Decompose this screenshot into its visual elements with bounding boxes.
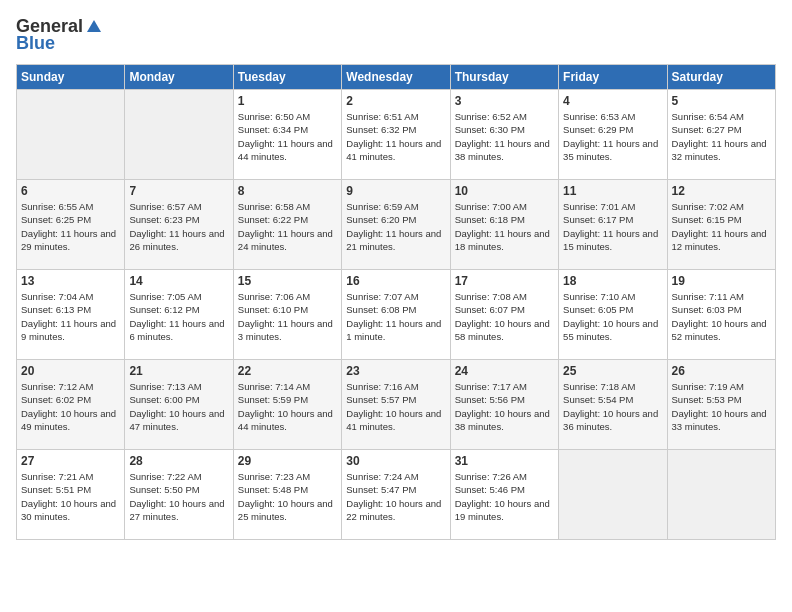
day-header-wednesday: Wednesday <box>342 65 450 90</box>
day-header-friday: Friday <box>559 65 667 90</box>
svg-marker-0 <box>87 20 101 32</box>
day-number: 22 <box>238 364 337 378</box>
calendar-cell: 24Sunrise: 7:17 AM Sunset: 5:56 PM Dayli… <box>450 360 558 450</box>
day-number: 16 <box>346 274 445 288</box>
day-number: 3 <box>455 94 554 108</box>
calendar-cell: 12Sunrise: 7:02 AM Sunset: 6:15 PM Dayli… <box>667 180 775 270</box>
day-info: Sunrise: 7:05 AM Sunset: 6:12 PM Dayligh… <box>129 290 228 343</box>
calendar-cell: 23Sunrise: 7:16 AM Sunset: 5:57 PM Dayli… <box>342 360 450 450</box>
week-row-4: 20Sunrise: 7:12 AM Sunset: 6:02 PM Dayli… <box>17 360 776 450</box>
calendar-cell <box>125 90 233 180</box>
calendar-cell <box>667 450 775 540</box>
logo-blue-text: Blue <box>16 33 55 54</box>
day-info: Sunrise: 6:55 AM Sunset: 6:25 PM Dayligh… <box>21 200 120 253</box>
day-number: 6 <box>21 184 120 198</box>
calendar-cell: 3Sunrise: 6:52 AM Sunset: 6:30 PM Daylig… <box>450 90 558 180</box>
calendar-cell: 15Sunrise: 7:06 AM Sunset: 6:10 PM Dayli… <box>233 270 341 360</box>
calendar-cell: 5Sunrise: 6:54 AM Sunset: 6:27 PM Daylig… <box>667 90 775 180</box>
day-number: 12 <box>672 184 771 198</box>
calendar-cell: 2Sunrise: 6:51 AM Sunset: 6:32 PM Daylig… <box>342 90 450 180</box>
day-info: Sunrise: 7:12 AM Sunset: 6:02 PM Dayligh… <box>21 380 120 433</box>
day-number: 20 <box>21 364 120 378</box>
day-number: 8 <box>238 184 337 198</box>
day-info: Sunrise: 7:17 AM Sunset: 5:56 PM Dayligh… <box>455 380 554 433</box>
day-number: 27 <box>21 454 120 468</box>
calendar-table: SundayMondayTuesdayWednesdayThursdayFrid… <box>16 64 776 540</box>
day-info: Sunrise: 7:01 AM Sunset: 6:17 PM Dayligh… <box>563 200 662 253</box>
calendar-cell: 19Sunrise: 7:11 AM Sunset: 6:03 PM Dayli… <box>667 270 775 360</box>
calendar-cell: 29Sunrise: 7:23 AM Sunset: 5:48 PM Dayli… <box>233 450 341 540</box>
day-info: Sunrise: 6:54 AM Sunset: 6:27 PM Dayligh… <box>672 110 771 163</box>
day-number: 15 <box>238 274 337 288</box>
day-number: 28 <box>129 454 228 468</box>
calendar-cell: 7Sunrise: 6:57 AM Sunset: 6:23 PM Daylig… <box>125 180 233 270</box>
week-row-5: 27Sunrise: 7:21 AM Sunset: 5:51 PM Dayli… <box>17 450 776 540</box>
calendar-cell: 1Sunrise: 6:50 AM Sunset: 6:34 PM Daylig… <box>233 90 341 180</box>
day-number: 7 <box>129 184 228 198</box>
calendar-cell: 4Sunrise: 6:53 AM Sunset: 6:29 PM Daylig… <box>559 90 667 180</box>
day-number: 17 <box>455 274 554 288</box>
day-header-sunday: Sunday <box>17 65 125 90</box>
calendar-cell: 8Sunrise: 6:58 AM Sunset: 6:22 PM Daylig… <box>233 180 341 270</box>
calendar-cell: 21Sunrise: 7:13 AM Sunset: 6:00 PM Dayli… <box>125 360 233 450</box>
logo: General Blue <box>16 16 103 54</box>
day-number: 21 <box>129 364 228 378</box>
week-row-1: 1Sunrise: 6:50 AM Sunset: 6:34 PM Daylig… <box>17 90 776 180</box>
day-info: Sunrise: 7:26 AM Sunset: 5:46 PM Dayligh… <box>455 470 554 523</box>
day-info: Sunrise: 7:14 AM Sunset: 5:59 PM Dayligh… <box>238 380 337 433</box>
day-info: Sunrise: 6:53 AM Sunset: 6:29 PM Dayligh… <box>563 110 662 163</box>
day-info: Sunrise: 6:51 AM Sunset: 6:32 PM Dayligh… <box>346 110 445 163</box>
day-number: 5 <box>672 94 771 108</box>
calendar-cell: 6Sunrise: 6:55 AM Sunset: 6:25 PM Daylig… <box>17 180 125 270</box>
day-info: Sunrise: 7:00 AM Sunset: 6:18 PM Dayligh… <box>455 200 554 253</box>
day-info: Sunrise: 7:21 AM Sunset: 5:51 PM Dayligh… <box>21 470 120 523</box>
day-info: Sunrise: 7:04 AM Sunset: 6:13 PM Dayligh… <box>21 290 120 343</box>
calendar-cell: 31Sunrise: 7:26 AM Sunset: 5:46 PM Dayli… <box>450 450 558 540</box>
day-number: 29 <box>238 454 337 468</box>
day-info: Sunrise: 7:18 AM Sunset: 5:54 PM Dayligh… <box>563 380 662 433</box>
calendar-cell: 27Sunrise: 7:21 AM Sunset: 5:51 PM Dayli… <box>17 450 125 540</box>
week-row-3: 13Sunrise: 7:04 AM Sunset: 6:13 PM Dayli… <box>17 270 776 360</box>
day-number: 1 <box>238 94 337 108</box>
calendar-cell <box>559 450 667 540</box>
logo-icon <box>85 18 103 36</box>
day-info: Sunrise: 7:24 AM Sunset: 5:47 PM Dayligh… <box>346 470 445 523</box>
day-info: Sunrise: 6:50 AM Sunset: 6:34 PM Dayligh… <box>238 110 337 163</box>
calendar-header-row: SundayMondayTuesdayWednesdayThursdayFrid… <box>17 65 776 90</box>
day-info: Sunrise: 6:59 AM Sunset: 6:20 PM Dayligh… <box>346 200 445 253</box>
day-number: 31 <box>455 454 554 468</box>
calendar-cell: 25Sunrise: 7:18 AM Sunset: 5:54 PM Dayli… <box>559 360 667 450</box>
day-info: Sunrise: 7:06 AM Sunset: 6:10 PM Dayligh… <box>238 290 337 343</box>
day-header-thursday: Thursday <box>450 65 558 90</box>
day-info: Sunrise: 7:02 AM Sunset: 6:15 PM Dayligh… <box>672 200 771 253</box>
day-info: Sunrise: 7:23 AM Sunset: 5:48 PM Dayligh… <box>238 470 337 523</box>
day-number: 26 <box>672 364 771 378</box>
day-info: Sunrise: 6:52 AM Sunset: 6:30 PM Dayligh… <box>455 110 554 163</box>
calendar-cell: 30Sunrise: 7:24 AM Sunset: 5:47 PM Dayli… <box>342 450 450 540</box>
calendar-cell: 9Sunrise: 6:59 AM Sunset: 6:20 PM Daylig… <box>342 180 450 270</box>
day-number: 9 <box>346 184 445 198</box>
day-info: Sunrise: 7:13 AM Sunset: 6:00 PM Dayligh… <box>129 380 228 433</box>
day-number: 23 <box>346 364 445 378</box>
day-header-saturday: Saturday <box>667 65 775 90</box>
header: General Blue <box>16 16 776 54</box>
day-number: 19 <box>672 274 771 288</box>
day-info: Sunrise: 7:07 AM Sunset: 6:08 PM Dayligh… <box>346 290 445 343</box>
calendar-cell: 10Sunrise: 7:00 AM Sunset: 6:18 PM Dayli… <box>450 180 558 270</box>
day-header-tuesday: Tuesday <box>233 65 341 90</box>
day-number: 25 <box>563 364 662 378</box>
calendar-body: 1Sunrise: 6:50 AM Sunset: 6:34 PM Daylig… <box>17 90 776 540</box>
day-number: 4 <box>563 94 662 108</box>
calendar-cell: 28Sunrise: 7:22 AM Sunset: 5:50 PM Dayli… <box>125 450 233 540</box>
day-number: 11 <box>563 184 662 198</box>
day-info: Sunrise: 7:19 AM Sunset: 5:53 PM Dayligh… <box>672 380 771 433</box>
calendar-cell: 20Sunrise: 7:12 AM Sunset: 6:02 PM Dayli… <box>17 360 125 450</box>
day-number: 13 <box>21 274 120 288</box>
calendar-cell: 11Sunrise: 7:01 AM Sunset: 6:17 PM Dayli… <box>559 180 667 270</box>
calendar-cell: 22Sunrise: 7:14 AM Sunset: 5:59 PM Dayli… <box>233 360 341 450</box>
calendar-cell: 26Sunrise: 7:19 AM Sunset: 5:53 PM Dayli… <box>667 360 775 450</box>
calendar-cell: 13Sunrise: 7:04 AM Sunset: 6:13 PM Dayli… <box>17 270 125 360</box>
day-info: Sunrise: 7:10 AM Sunset: 6:05 PM Dayligh… <box>563 290 662 343</box>
day-number: 14 <box>129 274 228 288</box>
day-header-monday: Monday <box>125 65 233 90</box>
